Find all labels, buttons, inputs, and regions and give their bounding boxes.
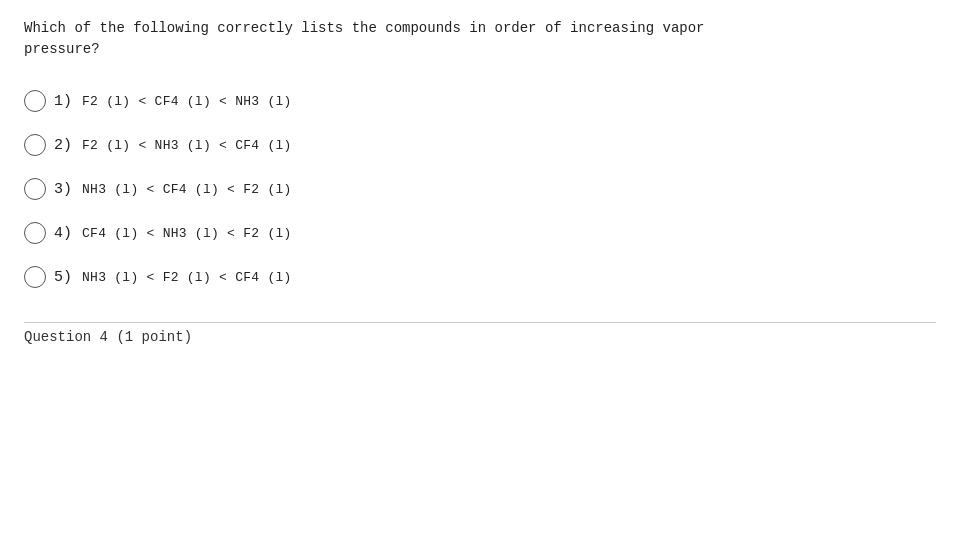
options-list: 1) F2 (l) < CF4 (l) < NH3 (l) 2) F2 (l) …: [24, 84, 936, 294]
option-4-label: 4) CF4 (l) < NH3 (l) < F2 (l): [54, 225, 292, 242]
option-5-label: 5) NH3 (l) < F2 (l) < CF4 (l): [54, 269, 292, 286]
option-2-number: 2): [54, 137, 72, 154]
footer-text: Question 4 (1 point): [24, 329, 192, 345]
option-3-row[interactable]: 3) NH3 (l) < CF4 (l) < F2 (l): [24, 172, 936, 206]
option-1-number: 1): [54, 93, 72, 110]
option-5-formula: NH3 (l) < F2 (l) < CF4 (l): [82, 270, 292, 285]
option-4-row[interactable]: 4) CF4 (l) < NH3 (l) < F2 (l): [24, 216, 936, 250]
question-text: Which of the following correctly lists t…: [24, 18, 936, 60]
question-line1: Which of the following correctly lists t…: [24, 20, 705, 36]
option-3-number: 3): [54, 181, 72, 198]
radio-4[interactable]: [24, 222, 46, 244]
option-1-formula: F2 (l) < CF4 (l) < NH3 (l): [82, 94, 292, 109]
option-2-formula: F2 (l) < NH3 (l) < CF4 (l): [82, 138, 292, 153]
option-5-row[interactable]: 5) NH3 (l) < F2 (l) < CF4 (l): [24, 260, 936, 294]
question-container: Which of the following correctly lists t…: [24, 18, 936, 345]
option-5-number: 5): [54, 269, 72, 286]
option-4-formula: CF4 (l) < NH3 (l) < F2 (l): [82, 226, 292, 241]
option-2-label: 2) F2 (l) < NH3 (l) < CF4 (l): [54, 137, 292, 154]
radio-3[interactable]: [24, 178, 46, 200]
radio-2[interactable]: [24, 134, 46, 156]
option-3-label: 3) NH3 (l) < CF4 (l) < F2 (l): [54, 181, 292, 198]
option-1-label: 1) F2 (l) < CF4 (l) < NH3 (l): [54, 93, 292, 110]
footer: Question 4 (1 point): [24, 322, 936, 345]
question-line2: pressure?: [24, 41, 100, 57]
option-3-formula: NH3 (l) < CF4 (l) < F2 (l): [82, 182, 292, 197]
radio-5[interactable]: [24, 266, 46, 288]
option-1-row[interactable]: 1) F2 (l) < CF4 (l) < NH3 (l): [24, 84, 936, 118]
option-4-number: 4): [54, 225, 72, 242]
radio-1[interactable]: [24, 90, 46, 112]
option-2-row[interactable]: 2) F2 (l) < NH3 (l) < CF4 (l): [24, 128, 936, 162]
